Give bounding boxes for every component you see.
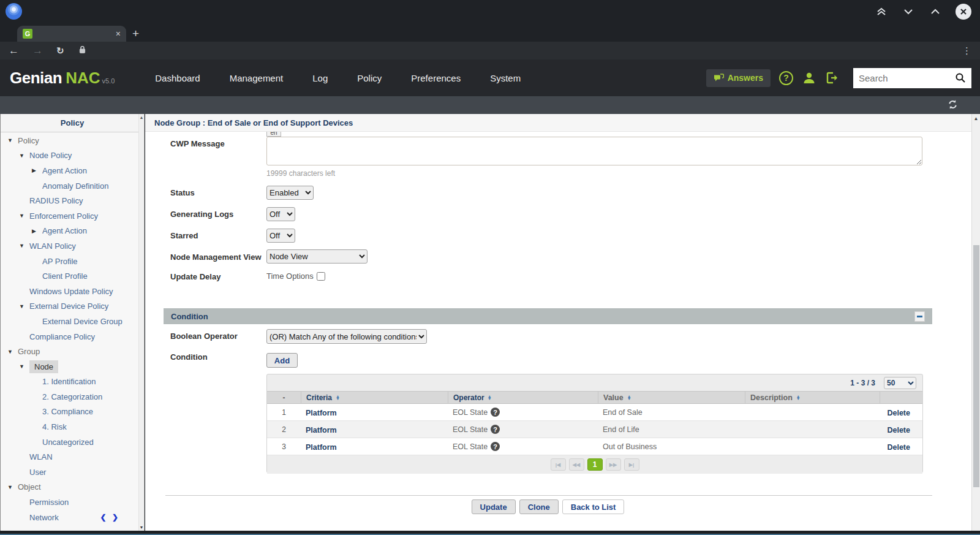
collapse-arrow-icon[interactable]: ▼ <box>19 243 29 249</box>
clone-button[interactable]: Clone <box>519 499 559 514</box>
menu-item-dashboard[interactable]: Dashboard <box>140 73 214 83</box>
user-icon[interactable] <box>802 70 816 85</box>
sidebar-item-compliance-policy[interactable]: Compliance Policy <box>1 329 138 344</box>
sidebar-item-group[interactable]: ▼Group <box>1 344 138 359</box>
minimize-window-icon[interactable] <box>902 5 915 18</box>
shade-window-icon[interactable] <box>875 5 888 18</box>
search-input[interactable] <box>859 73 955 83</box>
page-next-button[interactable]: ▶▶ <box>606 458 621 471</box>
collapse-arrow-icon[interactable]: ▼ <box>7 137 18 143</box>
delete-link[interactable]: Delete <box>887 426 910 434</box>
sidebar-item-external-device-policy[interactable]: ▼External Device Policy <box>1 299 138 314</box>
menu-item-management[interactable]: Management <box>215 73 298 83</box>
scroll-down-icon[interactable]: ▼ <box>139 525 144 529</box>
expand-arrow-icon[interactable]: ▶ <box>32 167 42 173</box>
sidebar-item-network[interactable]: Network❮ ❯ <box>1 510 138 525</box>
column-header-value[interactable]: Value▲▼ <box>598 392 745 403</box>
column-header-description[interactable]: Description▲▼ <box>745 392 880 403</box>
collapse-arrow-icon[interactable]: ▼ <box>19 303 29 309</box>
sidebar-item-1-identification[interactable]: 1. Identification <box>1 374 138 390</box>
sidebar-item-2-categorization[interactable]: 2. Categorization <box>1 389 138 404</box>
sidebar-item-4-risk[interactable]: 4. Risk <box>1 419 138 434</box>
boolean-operator-select[interactable]: (OR) Match Any of the following conditio… <box>266 329 427 344</box>
sidebar-item-agent-action[interactable]: ▶Agent Action <box>1 224 138 239</box>
collapse-arrow-icon[interactable]: ▼ <box>7 349 18 355</box>
sidebar-item-user[interactable]: User <box>1 465 138 480</box>
page-prev-button[interactable]: ◀◀ <box>569 458 584 471</box>
sidebar-item-external-device-group[interactable]: External Device Group <box>1 314 138 329</box>
time-options-checkbox[interactable] <box>317 272 325 281</box>
sidebar-item-ap-profile[interactable]: AP Profile <box>1 254 138 269</box>
sort-icon[interactable]: ▲▼ <box>627 395 631 400</box>
back-icon[interactable]: ← <box>9 45 19 56</box>
new-tab-button[interactable]: + <box>132 27 139 40</box>
sort-icon[interactable]: ▲▼ <box>336 395 340 400</box>
menu-item-preferences[interactable]: Preferences <box>396 73 475 83</box>
sidebar-item-permission[interactable]: Permission <box>1 495 138 510</box>
criteria-link[interactable]: Platform <box>306 443 337 452</box>
sidebar-item-enforcement-policy[interactable]: ▼Enforcement Policy <box>1 208 138 224</box>
sidebar-item-object[interactable]: ▼Object <box>1 480 138 495</box>
node-management-view-select[interactable]: Node View <box>266 249 368 264</box>
browser-tab[interactable]: G × <box>17 26 126 42</box>
browser-menu-icon[interactable]: ⋮ <box>962 45 971 56</box>
collapse-arrow-icon[interactable]: ▼ <box>19 213 29 219</box>
menu-item-policy[interactable]: Policy <box>342 73 396 83</box>
menu-item-system[interactable]: System <box>475 73 535 83</box>
page-first-button[interactable]: |◀ <box>551 458 566 471</box>
collapse-arrow-icon[interactable]: ▼ <box>19 363 29 370</box>
sidebar-item-policy[interactable]: ▼Policy <box>1 133 138 148</box>
criteria-link[interactable]: Platform <box>306 409 337 417</box>
menu-item-log[interactable]: Log <box>298 73 342 83</box>
column-header-operator[interactable]: Operator▲▼ <box>448 392 598 403</box>
close-window-icon[interactable] <box>956 4 971 20</box>
sidebar-item-node-policy[interactable]: ▼Node Policy <box>1 148 138 164</box>
sidebar-item-node[interactable]: ▼Node <box>1 359 138 374</box>
status-select[interactable]: Enabled <box>266 186 314 200</box>
column-header-criteria[interactable]: Criteria▲▼ <box>301 392 448 403</box>
logout-icon[interactable] <box>825 71 840 85</box>
maximize-window-icon[interactable] <box>929 5 942 18</box>
sidebar-item-client-profile[interactable]: Client Profile <box>1 268 138 284</box>
tab-close-icon[interactable]: × <box>116 29 121 38</box>
help-badge-icon: ? <box>491 408 500 417</box>
page-scroll-up-icon[interactable]: ▲ <box>972 116 980 121</box>
sidebar-item-uncategorized[interactable]: Uncategorized <box>1 434 138 450</box>
sidebar-item-agent-action[interactable]: ▶Agent Action <box>1 163 138 178</box>
sort-icon[interactable]: ▲▼ <box>796 395 801 400</box>
sidebar-item-radius-policy[interactable]: RADIUS Policy <box>1 193 138 208</box>
delete-link[interactable]: Delete <box>887 443 910 452</box>
sort-icon[interactable]: ▲▼ <box>488 395 492 400</box>
delete-link[interactable]: Delete <box>887 409 910 417</box>
back-to-list-button[interactable]: Back to List <box>562 499 625 514</box>
refresh-icon[interactable] <box>948 99 958 112</box>
sidebar-item-wlan[interactable]: WLAN <box>1 449 138 465</box>
sidebar-item-windows-update-policy[interactable]: Windows Update Policy <box>1 284 138 299</box>
page-size-select[interactable]: 50 <box>884 377 916 389</box>
sidebar-item-3-compliance[interactable]: 3. Compliance <box>1 404 138 420</box>
collapse-arrow-icon[interactable]: ▼ <box>19 153 29 159</box>
sidebar-item-wlan-policy[interactable]: ▼WLAN Policy <box>1 238 138 254</box>
scroll-up-icon[interactable]: ▲ <box>139 115 144 120</box>
page-last-button[interactable]: ▶| <box>624 458 639 471</box>
criteria-link[interactable]: Platform <box>306 426 337 434</box>
cwp-message-textarea[interactable] <box>266 137 922 165</box>
help-icon[interactable]: ? <box>779 71 793 85</box>
sidebar-scrollbar[interactable]: ▲ ▼ <box>138 114 144 531</box>
reload-icon[interactable]: ↻ <box>56 45 64 56</box>
page-scroll-thumb[interactable] <box>973 245 979 487</box>
answers-button[interactable]: Answers <box>706 69 771 87</box>
collapse-arrow-icon[interactable]: ▼ <box>7 484 18 490</box>
page-scrollbar[interactable]: ▲ <box>971 114 980 531</box>
expand-arrow-icon[interactable]: ▶ <box>32 228 42 234</box>
add-condition-button[interactable]: Add <box>266 353 298 368</box>
forward-icon[interactable]: → <box>32 45 43 56</box>
collapse-section-icon[interactable] <box>914 311 925 322</box>
sidebar-collapse-arrows-icon[interactable]: ❮ ❯ <box>100 513 120 522</box>
generating-logs-select[interactable]: Off <box>266 207 295 221</box>
sidebar-item-anomaly-definition[interactable]: Anomaly Definition <box>1 178 138 194</box>
update-button[interactable]: Update <box>472 499 516 514</box>
lock-icon[interactable] <box>79 45 86 56</box>
starred-select[interactable]: Off <box>266 229 295 243</box>
page-page-button[interactable]: 1 <box>587 458 603 471</box>
